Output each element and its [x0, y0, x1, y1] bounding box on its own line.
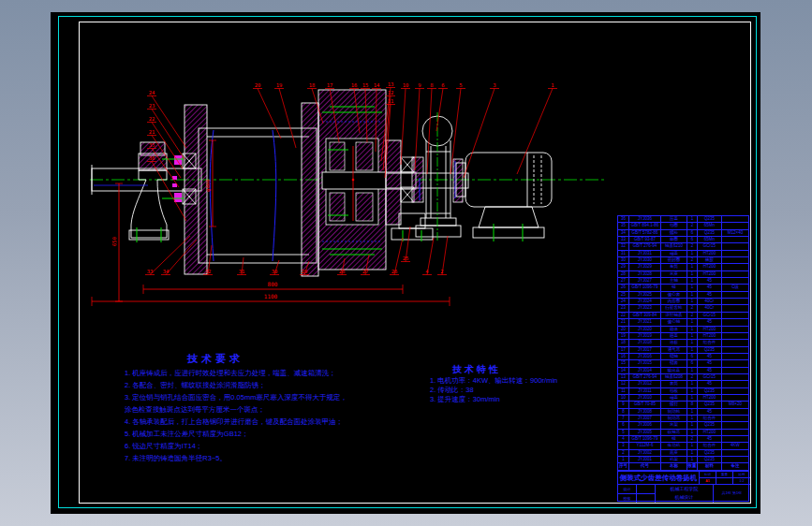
- balloon-label: 10: [403, 82, 409, 88]
- table-cell: JYJ008: [629, 409, 661, 415]
- table-cell: HT200: [698, 264, 722, 270]
- balloon-label: 12: [388, 90, 394, 95]
- parts-table-header: 序号代号名称数量材料备注: [618, 463, 748, 469]
- weight-value: [716, 478, 733, 485]
- table-cell: 2: [687, 243, 698, 249]
- table-row: 36JYJ036压盖1Q235: [618, 216, 748, 223]
- table-cell: 垫圈: [661, 237, 687, 242]
- output-cover: [386, 140, 401, 225]
- dimension-value: 800: [268, 281, 278, 287]
- table-cell: JYJ007: [629, 416, 661, 421]
- balloon-label: 6: [441, 82, 444, 88]
- table-cell: JYJ011: [629, 388, 661, 394]
- table-cell: Q235: [698, 457, 722, 462]
- table-cell: 螺栓: [661, 230, 687, 236]
- table-cell: 21: [618, 319, 629, 325]
- signature-rows: 设计 校核: [618, 485, 656, 503]
- table-cell: 1: [687, 443, 698, 448]
- table-cell: 卷筒: [661, 264, 687, 270]
- table-cell: HT200: [698, 251, 722, 256]
- table-cell: 1: [687, 409, 698, 415]
- table-cell: 15: [618, 360, 629, 366]
- balloon-label: 32: [205, 269, 212, 274]
- table-cell: 30: [618, 257, 629, 263]
- table-cell: 端盖: [661, 395, 687, 401]
- sheet-info: 共1张 第1张: [714, 485, 750, 503]
- table-cell: [722, 340, 748, 345]
- balloon-label: 19: [276, 82, 283, 88]
- rope-drum: [199, 128, 317, 263]
- drum-arc-left: [210, 130, 214, 261]
- table-cell: [722, 243, 748, 249]
- balloon-label: 23: [149, 103, 155, 109]
- balloon-label: 28: [339, 269, 346, 274]
- table-row: 32GB/T 276-94轴承62102GCr15: [618, 243, 748, 250]
- table-cell: 滚针轴承: [661, 313, 687, 318]
- table-cell: GCr15: [698, 313, 722, 318]
- table-row: 22GB/T 309-84滚针轴承2GCr15: [618, 313, 748, 319]
- table-cell: 32: [618, 243, 629, 249]
- scale-value: 1:2: [733, 478, 750, 485]
- balloon-label: 33: [147, 269, 154, 274]
- table-cell: JYJ016: [629, 354, 661, 359]
- table-cell: JYJ024: [629, 299, 661, 304]
- table-cell: JYJ028: [629, 271, 661, 277]
- table-cell: 1: [687, 216, 698, 222]
- table-cell: [722, 388, 748, 394]
- cad-viewer-window: { "colors":{"canvas":"#000000","frame_cy…: [0, 0, 812, 526]
- balloon-label: 34: [163, 269, 170, 274]
- table-cell: [722, 457, 748, 462]
- table-cell: GB/T 276-94: [629, 374, 661, 380]
- table-cell: 1: [687, 381, 698, 387]
- table-row: 9GB/T 70-85螺钉8Q235M8×20: [618, 402, 748, 408]
- balloon-label: 3: [493, 82, 495, 88]
- table-cell: 27: [618, 278, 629, 284]
- table-cell: 1: [687, 319, 698, 325]
- balloon-label: 5: [459, 82, 462, 88]
- table-row: 15JYJ015销套645: [618, 360, 748, 367]
- table-cell: 1: [687, 251, 698, 256]
- table-row: 34GB/T 5782-86螺栓6Q235M12×40: [618, 230, 748, 237]
- table-cell: 橡胶: [698, 257, 722, 263]
- table-cell: 65Mn: [698, 223, 722, 228]
- table-cell: HT200: [698, 327, 722, 332]
- table-cell: [722, 223, 748, 228]
- table-cell: [722, 257, 748, 263]
- table-cell: 65Mn: [698, 237, 722, 242]
- table-cell: 40Cr: [698, 299, 722, 304]
- table-cell: 1: [618, 457, 629, 462]
- table-cell: 2: [687, 305, 698, 311]
- balloon-label: 26: [391, 269, 398, 274]
- table-cell: JYJ025: [629, 292, 661, 298]
- table-row: 2JYJ002底座1Q235: [618, 450, 748, 457]
- balloon-label: 9: [418, 82, 421, 88]
- balloon-label: 24: [149, 90, 155, 95]
- table-cell: 24: [618, 299, 629, 304]
- table-cell: 1: [687, 368, 698, 373]
- table-cell: [722, 319, 748, 325]
- table-cell: 箱体: [661, 327, 687, 332]
- balloon-label: 31: [239, 269, 245, 274]
- table-cell: 13: [618, 374, 629, 380]
- balloon-label: 30: [272, 269, 278, 274]
- table-cell: JYJ027: [629, 278, 661, 284]
- table-row: 13GB/T 276-94轴承62082GCr15: [618, 374, 748, 381]
- tech-requirements-body: 1. 机座铸成后，应进行时效处理和去应力处理，端盖、减速箱清洗； 2. 各配合、…: [125, 367, 434, 464]
- table-row: 20JYJ020箱体1HT200: [618, 327, 748, 333]
- balloon-label: 2: [440, 269, 443, 274]
- table-cell: GB/T 70-85: [629, 402, 661, 407]
- tech-characteristics-heading: 技术特性: [452, 363, 501, 376]
- drawing-title: 侧装式少齿差传动卷扬机: [618, 472, 700, 485]
- table-cell: 6: [687, 354, 698, 359]
- table-cell: 45: [698, 278, 722, 284]
- table-cell: 28: [618, 271, 629, 277]
- table-cell: 内齿圈: [661, 299, 687, 304]
- table-cell: 5: [618, 430, 629, 435]
- table-cell: 螺钉: [661, 402, 687, 407]
- table-cell: JYJ029: [629, 264, 661, 270]
- table-cell: [722, 416, 748, 421]
- table-cell: 34: [618, 230, 629, 236]
- table-cell: JYJ006: [629, 422, 661, 428]
- table-cell: 材料: [698, 463, 722, 469]
- table-cell: Y112M-6: [629, 443, 661, 448]
